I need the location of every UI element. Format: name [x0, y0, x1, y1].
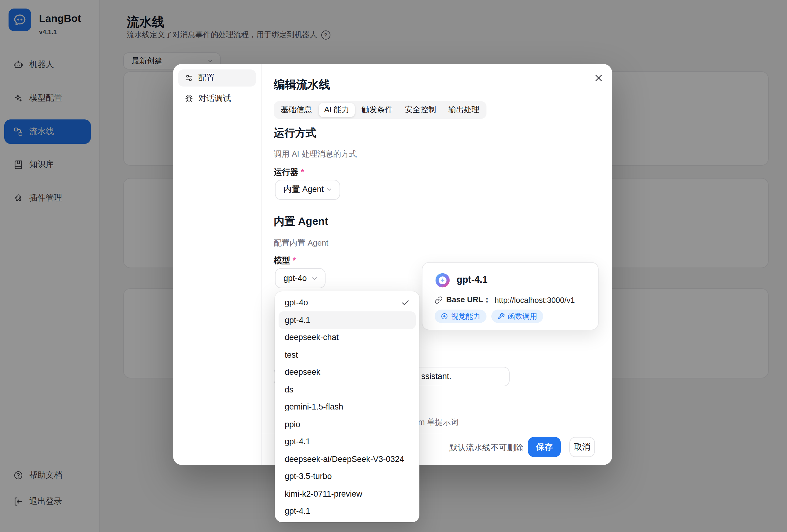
model-provider-icon: [435, 272, 450, 288]
tab-trigger-conditions[interactable]: 触发条件: [356, 103, 398, 117]
chevron-down-icon: [311, 274, 318, 282]
wrench-icon: [497, 313, 505, 320]
sliders-icon: [185, 73, 193, 82]
prompt-helper-text: m 单提示词: [418, 417, 459, 428]
dropdown-option[interactable]: test: [279, 346, 416, 363]
dropdown-option[interactable]: deepseek-chat: [279, 329, 416, 346]
tab-basic-info[interactable]: 基础信息: [275, 103, 317, 117]
footer-note: 默认流水线不可删除: [449, 442, 523, 453]
modal-side-nav: 配置 对话调试: [173, 64, 261, 465]
required-mark: *: [301, 167, 304, 176]
dropdown-option[interactable]: ppio: [279, 416, 416, 433]
dropdown-option[interactable]: gpt-4o: [279, 294, 416, 311]
link-icon: [435, 296, 443, 304]
close-icon[interactable]: [593, 72, 604, 84]
vision-badge: 视觉能力: [435, 310, 487, 323]
app-root: LangBot v4.1.1 机器人 模型配置 流水线 知识库 插件管理 帮助文…: [0, 0, 787, 532]
dropdown-option[interactable]: ds: [279, 381, 416, 398]
dropdown-option[interactable]: gpt-4.1: [279, 433, 416, 450]
required-mark: *: [293, 256, 296, 265]
bug-icon: [185, 94, 193, 103]
dropdown-option[interactable]: deepseek-ai/DeepSeek-V3-0324: [279, 450, 416, 468]
model-select[interactable]: gpt-4o: [275, 268, 325, 288]
cancel-button[interactable]: 取消: [569, 437, 595, 457]
modal-nav-chat-debug[interactable]: 对话调试: [178, 90, 256, 107]
tab-security-control[interactable]: 安全控制: [399, 103, 441, 117]
function-call-badge: 函数调用: [491, 310, 543, 323]
eye-icon: [441, 313, 448, 320]
section-heading-run-mode: 运行方式: [274, 126, 316, 140]
modal-nav-config[interactable]: 配置: [178, 69, 256, 86]
section-desc-run-mode: 调用 AI 处理消息的方式: [274, 149, 357, 160]
chevron-down-icon: [325, 186, 333, 193]
tab-output-processing[interactable]: 输出处理: [443, 103, 485, 117]
save-button[interactable]: 保存: [528, 437, 561, 457]
dropdown-option[interactable]: gpt-3.5-turbo: [279, 468, 416, 485]
runner-select[interactable]: 内置 Agent: [275, 179, 340, 200]
model-base-url: Base URL： http://localhost:3000/v1: [435, 295, 575, 305]
model-name: gpt-4.1: [456, 274, 488, 285]
modal-title: 编辑流水线: [274, 77, 330, 92]
tab-ai-capability[interactable]: AI 能力: [319, 103, 355, 117]
dropdown-option[interactable]: kimi-k2-0711-preview: [279, 485, 416, 503]
dropdown-option[interactable]: gpt-4.1: [279, 311, 416, 329]
section-desc-agent: 配置内置 Agent: [274, 238, 328, 249]
prompt-input-value: ssistant.: [421, 372, 451, 381]
model-label: 模型*: [274, 255, 296, 266]
model-info-card: gpt-4.1 Base URL： http://localhost:3000/…: [422, 262, 599, 330]
section-heading-agent: 内置 Agent: [274, 214, 328, 228]
dropdown-option[interactable]: gpt-4.1: [279, 503, 416, 520]
modal-tabs: 基础信息 AI 能力 触发条件 安全控制 输出处理: [274, 101, 487, 118]
runner-label: 运行器*: [274, 167, 304, 178]
model-dropdown: gpt-4o gpt-4.1 deepseek-chat test deepse…: [275, 291, 420, 522]
model-capability-badges: 视觉能力 函数调用: [435, 310, 543, 323]
dropdown-option[interactable]: gemini-1.5-flash: [279, 398, 416, 416]
dropdown-option[interactable]: deepseek: [279, 363, 416, 381]
check-icon: [401, 298, 410, 307]
